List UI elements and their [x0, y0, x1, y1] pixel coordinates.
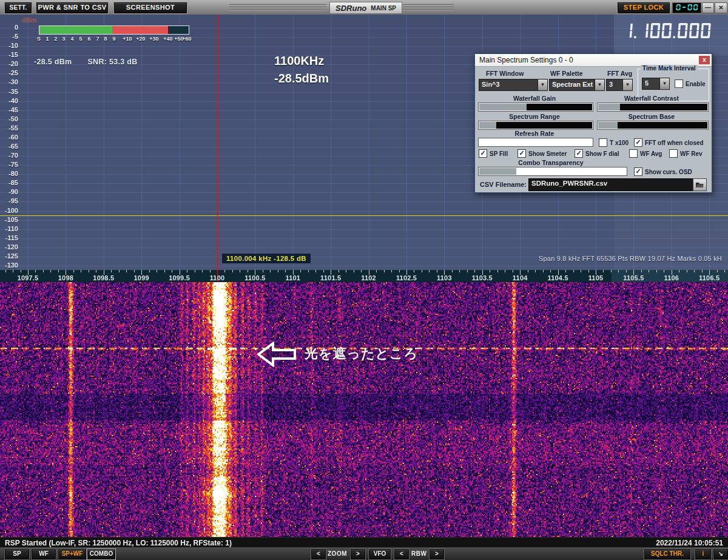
dbm-tick-label: -100	[0, 207, 18, 214]
frequency-tick-label: 1099	[134, 274, 149, 282]
chevron-down-icon[interactable]: ▼	[622, 79, 632, 90]
fft-window-select[interactable]: Sin^3 ▼	[479, 79, 548, 91]
checkbox-label: T x100	[610, 140, 629, 146]
dbm-tick-label: -15	[0, 51, 18, 58]
show-curs-osd-checkbox[interactable]: ✓ Show curs. OSD	[634, 167, 692, 176]
frequency-tick-label: 1105	[588, 274, 604, 282]
combo-transparency-slider[interactable]	[479, 167, 627, 175]
info-button[interactable]: i	[695, 549, 711, 559]
frequency-tick-label: 1105.5	[623, 274, 644, 282]
fft-avg-select[interactable]: 3 ▼	[606, 79, 633, 91]
dbm-tick-label: -25	[0, 69, 18, 76]
main-spectrum-settings-dialog: Main Spectrum Settings 0 - 0 x FFT Windo…	[474, 53, 712, 193]
checkbox-icon[interactable]: ✓	[634, 167, 642, 176]
frequency-tick-label: 1102	[361, 274, 376, 282]
dialog-close-icon[interactable]: x	[699, 56, 710, 64]
close-icon[interactable]: ✕	[715, 2, 727, 13]
dbm-tick-label: -80	[0, 170, 18, 177]
checkbox-icon[interactable]	[599, 138, 607, 147]
frequency-tick-label: 1101.5	[320, 274, 341, 282]
dbm-tick-label: -125	[0, 252, 18, 260]
checkbox-icon[interactable]	[629, 149, 638, 158]
fft-off-when-closed-checkbox[interactable]: ✓ FFT off when closed	[634, 138, 704, 147]
wf-palette-select[interactable]: Spectran Ext ▼	[549, 79, 605, 91]
checkbox-icon[interactable]	[669, 149, 678, 158]
refresh-rate-slider[interactable]	[479, 138, 593, 146]
peak-annotation: 1100KHz -28.5dBm	[274, 52, 329, 87]
frequency-tick-label: 1099.5	[169, 274, 190, 282]
smeter-scale-label: 2	[54, 36, 57, 42]
rbw-decrease-button[interactable]: <	[394, 549, 409, 559]
combo-view-button[interactable]: COMBO	[87, 549, 115, 559]
s-meter-empty-segment	[168, 26, 189, 34]
csv-filename-label: CSV Filename:	[480, 181, 527, 188]
sp-fill-checkbox[interactable]: ✓ SP Fill	[479, 149, 508, 158]
chevron-down-icon[interactable]: ▼	[538, 79, 547, 90]
rbw-increase-button[interactable]: >	[430, 549, 444, 559]
span-fft-rbw-info: Span 9.8 kHz FFT 65536 Pts RBW 19.07 Hz …	[539, 255, 722, 262]
wf-rev-checkbox[interactable]: WF Rev	[669, 149, 703, 158]
dbm-tick-label: -75	[0, 161, 18, 168]
chevron-down-icon[interactable]: ▼	[659, 78, 669, 89]
dbm-tick-label: -70	[0, 152, 18, 159]
checkbox-icon[interactable]	[675, 79, 683, 88]
waterfall-gain-slider[interactable]	[479, 103, 593, 111]
checkbox-icon[interactable]: ✓	[634, 138, 642, 147]
checkbox-icon[interactable]: ✓	[575, 149, 583, 158]
csv-filename-input[interactable]: SDRuno_PWRSNR.csv	[528, 178, 697, 191]
frequency-tick-label: 1097.5	[18, 274, 39, 282]
frequency-tick-label: 1098	[58, 274, 73, 282]
smeter-scale-label: +30	[149, 36, 158, 42]
checkbox-label: Show curs. OSD	[645, 169, 692, 175]
dbm-tick-label: -5	[0, 33, 18, 40]
step-lock-button[interactable]: STEP LOCK	[618, 2, 670, 13]
smeter-scale-label: 6	[87, 36, 90, 42]
dbm-tick-label: -40	[0, 97, 18, 104]
title-bar[interactable]: SETT. PWR & SNR TO CSV SCREENSHOT SDRuno…	[0, 0, 728, 15]
step-size-display	[672, 2, 701, 13]
checkbox-icon[interactable]: ✓	[479, 149, 487, 158]
zoom-in-button[interactable]: >	[351, 549, 365, 559]
dbm-tick-label: -35	[0, 88, 18, 95]
zoom-out-button[interactable]: <	[311, 549, 326, 559]
cursor-osd: 1100.004 kHz -128.5 dB	[222, 254, 311, 263]
dialog-title: Main Spectrum Settings 0 - 0	[479, 56, 573, 64]
minimize-button[interactable]: —	[702, 2, 714, 13]
waterfall-display[interactable]	[0, 282, 728, 537]
waterfall-contrast-slider[interactable]	[598, 103, 708, 111]
dbm-tick-label: -50	[0, 115, 18, 123]
time-mark-select[interactable]: 5 ▼	[642, 78, 670, 90]
combo-transparency-label: Combo Transparency	[475, 159, 627, 166]
dbm-tick-label: 0	[0, 24, 18, 31]
sp-view-button[interactable]: SP	[5, 549, 29, 559]
settings-button[interactable]: SETT.	[5, 2, 32, 13]
smeter-scale-label: 7	[96, 36, 99, 42]
vfo-button[interactable]: VFO	[369, 549, 391, 559]
time-mark-enable-checkbox[interactable]: Enable	[675, 79, 706, 88]
wf-view-button[interactable]: WF	[32, 549, 56, 559]
show-smeter-checkbox[interactable]: ✓ Show Smeter	[517, 149, 567, 158]
spectrum-range-slider[interactable]	[479, 121, 593, 129]
smeter-scale-label: +10	[123, 36, 132, 42]
expand-arrow-button[interactable]: ↘	[713, 549, 728, 559]
dbm-tick-label: -105	[0, 216, 18, 223]
checkbox-icon[interactable]: ✓	[517, 149, 526, 158]
pwr-snr-csv-button[interactable]: PWR & SNR TO CSV	[36, 2, 108, 13]
browse-folder-button[interactable]	[693, 178, 707, 191]
dbm-tick-label: -20	[0, 60, 18, 67]
wf-avg-checkbox[interactable]: WF Avg	[629, 149, 662, 158]
dbm-axis-unit: dBm	[22, 16, 36, 24]
chevron-down-icon[interactable]: ▼	[595, 79, 604, 90]
slider-fill	[598, 104, 620, 110]
frequency-tick-label: 1103.5	[472, 274, 493, 282]
status-bar: RSP Started (Low-IF, SR: 1250000 Hz, LO:…	[0, 537, 728, 548]
waterfall-gain-label: Waterfall Gain	[475, 95, 594, 102]
screenshot-button[interactable]: SCREENSHOT	[114, 2, 187, 13]
status-message: RSP Started (Low-IF, SR: 1250000 Hz, LO:…	[5, 539, 232, 547]
sqlc-threshold-button[interactable]: SQLC THR.	[644, 549, 690, 559]
s-meter-red-segment	[112, 26, 168, 34]
show-f-dial-checkbox[interactable]: ✓ Show F dial	[575, 149, 619, 158]
spectrum-base-slider[interactable]	[598, 121, 708, 129]
sp-wf-view-button[interactable]: SP+WF	[58, 549, 86, 559]
t-x100-checkbox[interactable]: T x100	[599, 138, 629, 147]
